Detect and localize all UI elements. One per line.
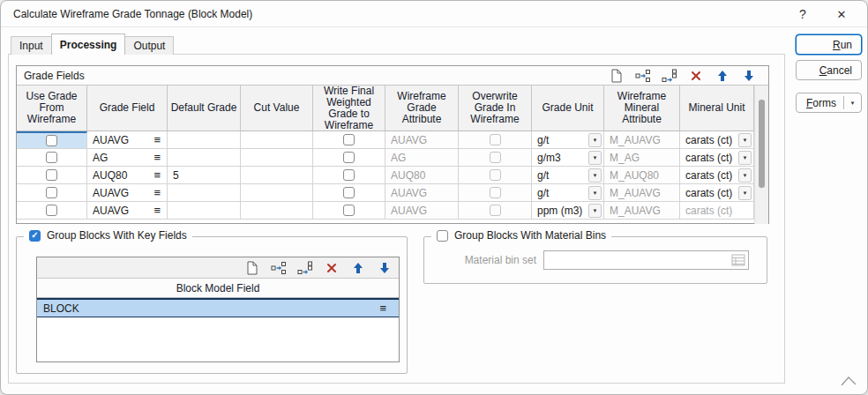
write-final-checkbox[interactable] (343, 187, 355, 198)
grade-field-cell[interactable]: AG ≡ (87, 149, 168, 167)
dropdown-arrow-icon[interactable]: ▼ (588, 186, 602, 200)
wireframe-mineral-attribute-cell: M_AUQ80 (604, 167, 680, 184)
bin-set-picker-icon[interactable] (729, 251, 748, 269)
use-grade-from-wireframe-cell[interactable] (17, 149, 87, 167)
grade-field-cell[interactable]: AUAVG ≡ (87, 202, 168, 220)
forms-dropdown-icon[interactable]: ▼ (844, 101, 861, 106)
grade-unit-dropdown[interactable]: ppm (m3) ▼ (532, 202, 604, 220)
grade-fields-toolbar (609, 69, 763, 83)
field-picker-icon[interactable]: ≡ (153, 134, 167, 145)
write-final-checkbox[interactable] (343, 169, 355, 181)
key-field-row[interactable]: BLOCK ≡ (37, 298, 399, 317)
use-grade-from-wireframe-cell[interactable] (17, 202, 87, 220)
wireframe-grade-attribute-cell: AG (385, 149, 459, 167)
wireframe-mineral-attribute-value: M_AUAVG (604, 134, 661, 146)
dropdown-arrow-icon[interactable]: ▼ (738, 168, 752, 183)
help-icon[interactable]: ? (789, 4, 816, 24)
mineral-unit-dropdown[interactable]: carats (ct) ▼ (680, 131, 754, 149)
insert-row-before-icon[interactable] (635, 69, 650, 83)
use-grade-checkbox[interactable] (46, 152, 57, 163)
move-up-icon[interactable] (350, 261, 365, 275)
write-final-weighted-grade-cell[interactable] (313, 184, 385, 202)
write-final-weighted-grade-cell[interactable] (313, 167, 385, 184)
grade-column-header: Overwrite Grade In Wireframe (459, 86, 532, 131)
material-bin-set-input[interactable] (544, 251, 729, 269)
field-picker-icon[interactable]: ≡ (153, 205, 167, 216)
delete-row-icon[interactable] (324, 261, 339, 275)
default-grade-cell[interactable]: 5 (168, 167, 241, 184)
field-picker-icon[interactable]: ≡ (153, 169, 167, 181)
use-grade-from-wireframe-cell[interactable] (17, 167, 87, 184)
delete-row-icon[interactable] (688, 69, 703, 83)
vertical-scrollbar[interactable] (754, 86, 768, 224)
material-bin-set-field[interactable] (543, 250, 749, 270)
write-final-weighted-grade-cell[interactable] (313, 149, 385, 167)
tab-input[interactable]: Input (11, 36, 52, 55)
scrollbar-thumb[interactable] (759, 100, 765, 188)
use-grade-checkbox[interactable] (46, 187, 57, 198)
grade-table-body: AUAVG ≡ AUAVG g/t ▼ M_AUAVG carats (ct) … (17, 131, 768, 220)
default-grade-cell[interactable] (168, 202, 241, 220)
group-key-fields-checkbox[interactable] (29, 230, 41, 242)
use-grade-checkbox[interactable] (46, 135, 57, 146)
run-button[interactable]: Run (796, 34, 862, 55)
write-final-checkbox[interactable] (343, 152, 355, 163)
move-up-icon[interactable] (715, 69, 730, 83)
group-material-bins-checkbox[interactable] (437, 230, 448, 242)
cut-value-cell[interactable] (241, 167, 313, 184)
close-icon[interactable]: ✕ (828, 4, 855, 24)
dropdown-arrow-icon[interactable]: ▼ (588, 204, 602, 218)
cut-value-cell[interactable] (241, 202, 313, 220)
grade-unit-dropdown[interactable]: g/m3 ▼ (532, 149, 604, 167)
cut-value-cell[interactable] (241, 184, 313, 202)
insert-row-before-icon[interactable] (271, 261, 286, 275)
forms-split-button[interactable]: Forms ▼ (796, 93, 862, 113)
default-grade-cell[interactable] (168, 184, 241, 202)
move-down-icon[interactable] (741, 69, 756, 83)
write-final-checkbox[interactable] (343, 134, 355, 145)
forms-button-label[interactable]: Forms (797, 97, 843, 109)
dropdown-arrow-icon[interactable]: ▼ (738, 151, 752, 165)
grade-unit-dropdown[interactable]: g/t ▼ (532, 131, 604, 149)
cut-value-cell[interactable] (241, 149, 313, 167)
dropdown-arrow-icon[interactable]: ▼ (588, 168, 602, 183)
use-grade-checkbox[interactable] (46, 169, 57, 181)
field-picker-icon[interactable]: ≡ (379, 302, 393, 314)
grade-unit-dropdown[interactable]: g/t ▼ (532, 184, 604, 202)
write-final-checkbox[interactable] (343, 205, 355, 216)
cut-value-cell[interactable] (241, 131, 313, 149)
write-final-weighted-grade-cell[interactable] (313, 131, 385, 149)
field-picker-icon[interactable]: ≡ (153, 187, 167, 198)
write-final-weighted-grade-cell[interactable] (313, 202, 385, 220)
mineral-unit-dropdown[interactable]: carats (ct) ▼ (680, 167, 754, 184)
default-grade-cell[interactable] (168, 131, 241, 149)
insert-row-after-icon[interactable] (662, 69, 677, 83)
dropdown-arrow-icon[interactable]: ▼ (738, 133, 752, 147)
default-grade-cell[interactable] (168, 149, 241, 167)
cancel-button[interactable]: Cancel (796, 60, 862, 80)
new-row-icon[interactable] (609, 69, 624, 83)
insert-row-after-icon[interactable] (297, 261, 312, 275)
move-down-icon[interactable] (377, 261, 392, 275)
dropdown-arrow-icon[interactable]: ▼ (588, 133, 602, 147)
tab-processing[interactable]: Processing (51, 34, 126, 55)
mineral-unit-value: carats (ct) (680, 152, 738, 164)
new-row-icon[interactable] (244, 261, 259, 275)
field-picker-icon[interactable]: ≡ (153, 152, 167, 163)
mineral-unit-dropdown[interactable]: carats (ct) ▼ (680, 184, 754, 202)
use-grade-from-wireframe-cell[interactable] (17, 131, 87, 149)
grade-unit-dropdown[interactable]: g/t ▼ (532, 167, 604, 184)
grade-field-cell[interactable]: AUAVG ≡ (87, 131, 168, 149)
dropdown-arrow-icon[interactable]: ▼ (588, 151, 602, 165)
title-bar[interactable]: Calculate Wireframe Grade Tonnage (Block… (1, 1, 867, 27)
resize-grip-icon[interactable] (841, 376, 857, 389)
use-grade-from-wireframe-cell[interactable] (17, 184, 87, 202)
use-grade-checkbox[interactable] (46, 205, 57, 216)
wireframe-mineral-attribute-cell: M_AG (604, 149, 680, 167)
dropdown-arrow-icon[interactable]: ▼ (738, 186, 752, 200)
mineral-unit-dropdown[interactable]: carats (ct) ▼ (680, 149, 754, 167)
overwrite-grade-checkbox (490, 152, 501, 163)
grade-field-cell[interactable]: AUAVG ≡ (87, 184, 168, 202)
grade-field-cell[interactable]: AUQ80 ≡ (87, 167, 168, 184)
tab-output[interactable]: Output (124, 36, 174, 55)
